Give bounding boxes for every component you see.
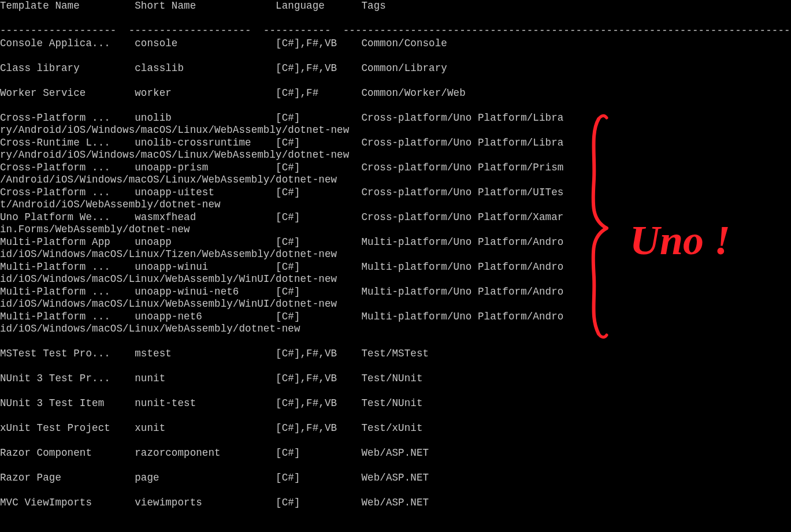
terminal-output: Template Name Short Name Language Tags -… [0, 0, 791, 522]
